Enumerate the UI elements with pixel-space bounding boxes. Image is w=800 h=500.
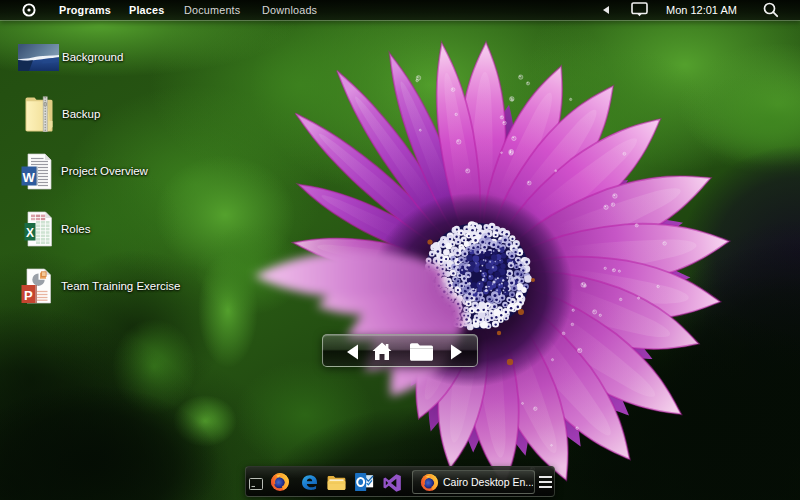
svg-text:P: P [24, 288, 33, 303]
svg-text:X: X [26, 226, 34, 240]
svg-text:W: W [22, 170, 35, 185]
